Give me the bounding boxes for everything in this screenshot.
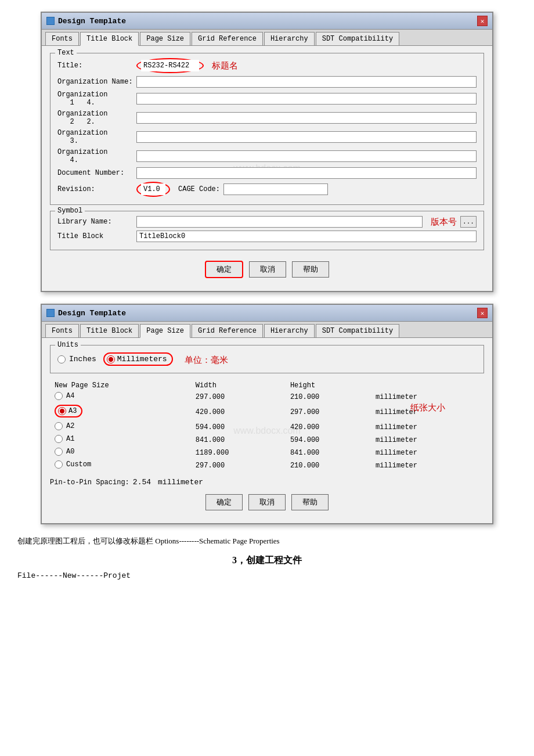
help-button-2[interactable]: 帮助 <box>291 494 329 510</box>
revision-row: Revision: CAGE Code: <box>57 182 477 197</box>
org-name-input[interactable] <box>136 76 477 88</box>
revision-input[interactable] <box>141 183 165 195</box>
page-row-a3: A3 420.000 297.000 millimeter 纸张大小 <box>50 404 484 421</box>
mm-radio[interactable] <box>107 355 115 363</box>
doc-number-label: Document Number: <box>57 169 133 177</box>
mm-radio-oval: Millimeters <box>103 352 173 366</box>
dialog-2-buttons: 确定 取消 帮助 <box>50 489 484 516</box>
a3-radio-cell: A3 <box>50 404 191 421</box>
library-name-label: Library Name: <box>57 218 133 226</box>
help-button-1[interactable]: 帮助 <box>292 261 329 278</box>
title-block-input[interactable] <box>136 231 477 242</box>
custom-radio[interactable] <box>55 460 63 469</box>
a1-unit: millimeter <box>371 434 484 447</box>
page-size-table: New Page Size Width Height A4 297.000 <box>50 380 484 472</box>
org2-input[interactable] <box>136 112 477 124</box>
inches-radio[interactable] <box>57 355 66 363</box>
tab-title-block[interactable]: Title Block <box>80 32 139 46</box>
a3-unit: millimeter 纸张大小 <box>371 404 484 421</box>
a0-width: 1189.000 <box>191 447 286 459</box>
tab-sdt-compatibility[interactable]: SDT Compatibility <box>316 32 399 45</box>
dialog-2-titlebar: Design Template ✕ <box>42 305 492 322</box>
cancel-button-1[interactable]: 取消 <box>249 261 286 278</box>
page-row-a0: A0 1189.000 841.000 millimeter <box>50 447 484 459</box>
org-name-label: Organization Name: <box>57 78 133 86</box>
a4-height: 210.000 <box>286 391 371 404</box>
doc-number-row: Document Number: <box>57 167 477 179</box>
tab2-fonts[interactable]: Fonts <box>45 324 79 337</box>
cage-code-label: CAGE Code: <box>178 185 220 193</box>
tab-page-size[interactable]: Page Size <box>140 32 190 45</box>
text-field-group: Text Title: 标题名 Organization Name: Organ… <box>50 53 484 205</box>
confirm-button-1[interactable]: 确定 <box>205 261 243 278</box>
tab2-hierarchy[interactable]: Hierarchy <box>264 324 315 337</box>
mm-label: Millimeters <box>117 355 167 363</box>
browse-button[interactable]: ... <box>460 216 477 228</box>
a3-radio-oval: A3 <box>55 405 82 417</box>
org3-input[interactable] <box>136 131 477 143</box>
page-row-a4: A4 297.000 210.000 millimeter <box>50 391 484 404</box>
col-page-size: New Page Size <box>50 380 191 391</box>
a3-radio[interactable] <box>58 407 66 415</box>
a0-radio[interactable] <box>55 448 63 456</box>
tab-grid-reference[interactable]: Grid Reference <box>192 32 263 45</box>
tab2-sdt-compatibility[interactable]: SDT Compatibility <box>316 324 399 337</box>
dialog-2-tabs: Fonts Title Block Page Size Grid Referen… <box>42 322 492 338</box>
pin-spacing-row: Pin-to-Pin Spacing: 2.54 millimeter <box>50 478 484 487</box>
org1-label: Organization 1 4. <box>57 91 133 107</box>
tab2-page-size[interactable]: Page Size <box>140 324 190 338</box>
inches-radio-row: Inches <box>57 355 96 363</box>
pin-spacing-value: 2.54 <box>133 478 151 487</box>
a0-radio-cell: A0 <box>50 447 191 459</box>
a3-radio-row: A3 <box>55 405 186 417</box>
title-row: Title: 标题名 <box>57 58 477 73</box>
a0-height: 841.000 <box>286 447 371 459</box>
a1-radio-cell: A1 <box>50 434 191 447</box>
dialog-1-title: Design Template <box>58 17 126 26</box>
a4-radio[interactable] <box>55 392 63 400</box>
a1-width: 841.000 <box>191 434 286 447</box>
dialog-2: Design Template ✕ Fonts Title Block Page… <box>41 304 493 524</box>
org4-input[interactable] <box>136 150 477 162</box>
page-row-a1: A1 841.000 594.000 millimeter <box>50 434 484 447</box>
tab2-title-block[interactable]: Title Block <box>80 324 139 337</box>
org4-row: Organization 4. <box>57 148 477 164</box>
title-annotation: 标题名 <box>212 60 238 71</box>
doc-number-input[interactable] <box>136 167 477 179</box>
a4-radio-row: A4 <box>55 392 186 400</box>
a4-width: 297.000 <box>191 391 286 404</box>
custom-label: Custom <box>66 460 91 469</box>
col-unit <box>371 380 484 391</box>
dialog-1-close-button[interactable]: ✕ <box>477 16 488 26</box>
a0-label: A0 <box>66 448 74 456</box>
col-width: Width <box>191 380 286 391</box>
section-heading: 3，创建工程文件 <box>12 555 522 567</box>
units-annotation: 单位：毫米 <box>185 355 228 366</box>
custom-unit: millimeter <box>371 459 484 472</box>
tab-hierarchy[interactable]: Hierarchy <box>264 32 315 45</box>
org4-label: Organization 4. <box>57 148 133 164</box>
dialog-2-title: Design Template <box>58 309 126 318</box>
revision-label: Revision: <box>57 185 133 193</box>
file-path: File------New------Projet <box>17 571 522 580</box>
mm-radio-row: Millimeters <box>103 352 173 366</box>
cancel-button-2[interactable]: 取消 <box>248 494 286 510</box>
dialog-2-close-button[interactable]: ✕ <box>477 308 488 318</box>
a2-radio[interactable] <box>55 422 63 430</box>
custom-width: 297.000 <box>191 459 286 472</box>
org1-input[interactable] <box>136 93 477 105</box>
confirm-button-2[interactable]: 确定 <box>205 494 243 510</box>
dialog-1-tabs: Fonts Title Block Page Size Grid Referen… <box>42 30 492 46</box>
library-name-input[interactable] <box>136 216 423 228</box>
tab2-grid-reference[interactable]: Grid Reference <box>192 324 263 337</box>
tab-fonts[interactable]: Fonts <box>45 32 79 45</box>
title-input[interactable] <box>141 60 199 71</box>
a1-radio[interactable] <box>55 435 63 443</box>
page-row-a2: A2 594.000 420.000 millimeter <box>50 421 484 434</box>
units-group-title: Units <box>55 341 81 349</box>
cage-code-input[interactable] <box>223 183 328 195</box>
a0-radio-row: A0 <box>55 448 186 456</box>
org1-row: Organization 1 4. <box>57 91 477 107</box>
bottom-description: 创建完原理图工程后，也可以修改标题栏 Options--------Schema… <box>17 536 522 546</box>
a1-label: A1 <box>66 435 74 443</box>
